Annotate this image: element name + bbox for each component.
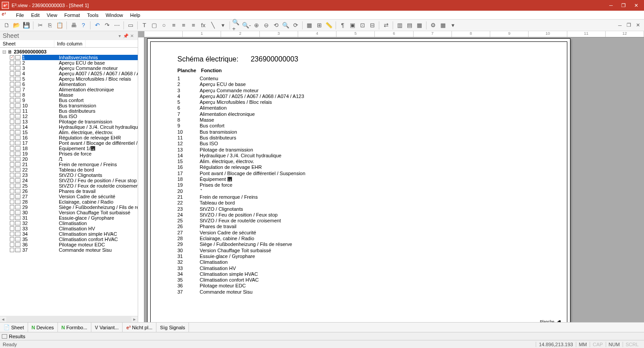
sheet-item-23[interactable]: 23StVZO / Clignotants <box>2 172 138 178</box>
save-button[interactable]: 💾 <box>21 20 31 30</box>
sheet-item-21[interactable]: 21Frein de remorque / Freins <box>2 162 138 167</box>
sheet-checkbox[interactable] <box>10 221 14 225</box>
formula-button[interactable]: fx <box>198 20 208 30</box>
sheet-item-26[interactable]: 26Phares de travail <box>2 188 138 194</box>
sheet-item-3[interactable]: 3Aperçu Commande moteur <box>2 66 138 71</box>
text-button[interactable]: T <box>139 20 149 30</box>
align-right-button[interactable]: ≡ <box>189 20 198 30</box>
menu-tools[interactable]: Tools <box>83 12 102 19</box>
sheet-checkbox[interactable] <box>10 194 14 199</box>
menu-edit[interactable]: Edit <box>28 12 43 19</box>
sheet-item-17[interactable]: 17Pont avant / Blocage de différentiel /… <box>2 140 138 146</box>
panel-col-info[interactable]: Info column <box>54 40 86 47</box>
sheet-item-34[interactable]: 34Climatisation simple HVAC <box>2 231 138 237</box>
sheet-item-12[interactable]: 12Bus ISO <box>2 114 138 119</box>
panel-pin-icon[interactable]: 📌 <box>123 33 129 39</box>
menu-help[interactable]: Help <box>127 12 144 19</box>
panel-col-sheet[interactable]: Sheet <box>0 40 54 47</box>
align-left-button[interactable]: ≡ <box>169 20 179 30</box>
tab-formbo[interactable]: NFormbo... <box>58 323 91 332</box>
scroll-left-icon[interactable]: ◂ <box>0 316 6 322</box>
sheet-item-20[interactable]: 20݉/1 <box>2 156 138 162</box>
tool3-button[interactable]: ▾ <box>448 20 458 30</box>
sheet-checkbox[interactable] <box>10 61 14 65</box>
sheet-item-1[interactable]: 1Inhaltsverzeichnis <box>2 55 138 60</box>
minimize-button[interactable]: ─ <box>605 1 617 10</box>
dropdown-icon[interactable]: ▾ <box>218 20 228 30</box>
sheet-checkbox[interactable] <box>10 157 14 161</box>
sheet-item-19[interactable]: 19Prises de force <box>2 151 138 156</box>
sheet-checkbox[interactable] <box>10 135 14 140</box>
sheet-checkbox[interactable] <box>10 103 14 108</box>
sheet-item-13[interactable]: 13Pilotage de transmission <box>2 119 138 124</box>
sheet-item-2[interactable]: 2Aperçu ECU de base <box>2 60 138 66</box>
view2-button[interactable]: ▤ <box>405 20 414 30</box>
zoom-in-button[interactable]: 🔍+ <box>232 20 242 30</box>
sheet-item-30[interactable]: 30Version Chauffage Toit surbaissé <box>2 210 138 215</box>
sheet-item-6[interactable]: 6Alimentation <box>2 82 138 87</box>
menu-view[interactable]: View <box>43 12 61 19</box>
tool2-button[interactable]: ▦ <box>438 20 448 30</box>
tab-variant[interactable]: VVariant... <box>91 323 123 332</box>
zoom-window-button[interactable]: ⊖ <box>261 20 271 30</box>
maximize-button[interactable]: ❐ <box>617 1 630 10</box>
scroll-right-icon[interactable]: ▸ <box>131 316 138 322</box>
sheet-checkbox[interactable] <box>10 66 14 70</box>
print-button[interactable]: 🖶 <box>69 20 78 30</box>
sheet-item-11[interactable]: 11Bus distributeurs <box>2 108 138 114</box>
sheet-item-16[interactable]: 16Régulation de relevage EHR <box>2 135 138 140</box>
menu-format[interactable]: Format <box>61 12 83 19</box>
layout2-button[interactable]: ⊡ <box>357 20 367 30</box>
sheet-checkbox[interactable] <box>10 114 14 119</box>
sheet-checkbox[interactable] <box>10 151 14 156</box>
grid-button[interactable]: ▦ <box>304 20 314 30</box>
menu-window[interactable]: Window <box>102 12 127 19</box>
zoom-fit-button[interactable]: ⊕ <box>251 20 261 30</box>
sheet-checkbox[interactable] <box>10 178 14 183</box>
sheet-checkbox[interactable] <box>10 162 14 167</box>
ruler-button[interactable]: 📏 <box>324 20 334 30</box>
zoom-out-button[interactable]: 🔍- <box>242 20 251 30</box>
sheet-checkbox[interactable] <box>10 82 14 86</box>
snap-button[interactable]: ⊞ <box>314 20 324 30</box>
sheet-checkbox[interactable] <box>10 184 14 188</box>
sheet-item-27[interactable]: 27Version Cadre de sécurité <box>2 194 138 199</box>
sheet-checkbox[interactable] <box>10 226 14 231</box>
undo-button[interactable]: ↶ <box>92 20 102 30</box>
paste-button[interactable]: 📋 <box>55 20 65 30</box>
refresh-button[interactable]: ⟳ <box>291 20 300 30</box>
sheet-item-5[interactable]: 5Aperçu Microfusibles / Bloc relais <box>2 76 138 82</box>
menu-file[interactable]: File <box>12 12 28 19</box>
mdi-close-button[interactable]: ✕ <box>633 22 642 29</box>
sheet-item-18[interactable]: 18Équipement ܎/1 <box>2 146 138 151</box>
close-button[interactable]: ✕ <box>630 1 642 10</box>
sheet-checkbox[interactable] <box>10 93 14 97</box>
tab-nichtpl[interactable]: e³Nicht pl... <box>123 323 156 332</box>
tab-signals[interactable]: SigSignals <box>156 323 189 332</box>
sheet-item-9[interactable]: 9Bus confort <box>2 98 138 103</box>
sheet-checkbox[interactable] <box>10 146 14 151</box>
mdi-minimize-button[interactable]: ─ <box>615 22 624 29</box>
sheet-item-8[interactable]: 8Masse <box>2 92 138 98</box>
sheet-checkbox[interactable] <box>10 87 14 92</box>
sheet-checkbox[interactable] <box>10 232 14 236</box>
sheet-checkbox[interactable] <box>10 109 14 113</box>
shape-rect-button[interactable]: ▢ <box>149 20 159 30</box>
sheet-checkbox[interactable] <box>10 205 14 209</box>
drawing-canvas[interactable]: 123456789101112 Schéma électrique: 23690… <box>138 31 644 322</box>
tree-root-node[interactable]: ⊟ 🗎 236900000003 <box>2 49 138 55</box>
sheet-item-22[interactable]: 22Tableau de bord <box>2 167 138 172</box>
sheet-item-35[interactable]: 35Climatisation confort HVAC <box>2 237 138 242</box>
panel-dropdown-icon[interactable]: ▾ <box>116 33 123 39</box>
tab-sheet[interactable]: 📄Sheet <box>0 323 28 332</box>
sheet-item-24[interactable]: 24StVZO / Feu de position / Feux stop <box>2 178 138 183</box>
sheet-item-4[interactable]: 4Aperçu A007 / A025 / A067 / A068 / A074… <box>2 71 138 76</box>
copy-button[interactable]: ⎘ <box>45 20 55 30</box>
redo-button[interactable]: ↷ <box>102 20 112 30</box>
tab-devices[interactable]: NDevices <box>28 323 58 332</box>
sheet-checkbox[interactable] <box>10 242 14 247</box>
layout1-button[interactable]: ▣ <box>348 20 357 30</box>
sheet-item-29[interactable]: 29Siège / Fußbodenheizung / Fils de rése… <box>2 205 138 210</box>
sheet-checkbox[interactable] <box>10 168 14 172</box>
open-button[interactable]: 📂 <box>12 20 21 30</box>
